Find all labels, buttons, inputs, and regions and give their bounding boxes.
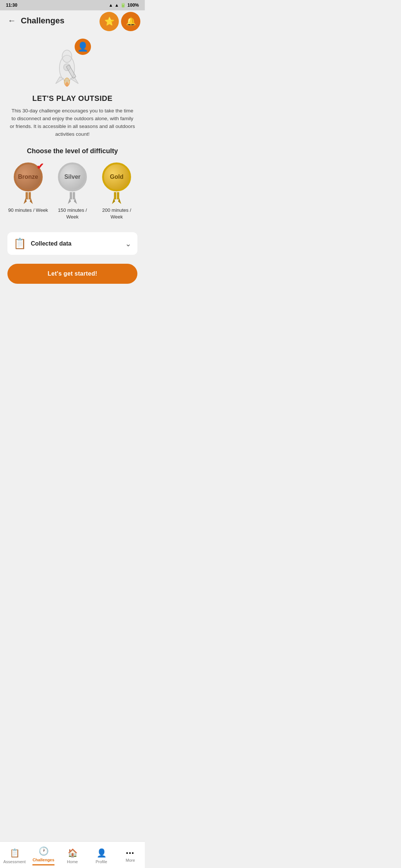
collected-data-icon: 📋: [13, 237, 26, 250]
gold-ribbon: [111, 192, 122, 204]
star-button[interactable]: ⭐: [100, 12, 119, 31]
wifi-icon: ▲: [109, 3, 113, 8]
silver-label: Silver: [64, 174, 81, 180]
medals-row: Bronze ✔ 90 minutes / Week: [6, 162, 139, 220]
chevron-down-icon: ⌄: [125, 239, 131, 248]
main-content: 👤 LET'S PLAY OUTS: [0, 31, 145, 330]
hero-section: 👤: [0, 31, 145, 94]
svg-marker-3: [56, 77, 63, 83]
collected-data-label: Collected data: [31, 240, 71, 247]
gold-medal-img: Gold: [100, 162, 133, 203]
status-right: ▲ ▲ 🔋 100%: [109, 3, 139, 8]
gold-label: Gold: [110, 174, 123, 180]
challenge-desc: This 30-day challenge encourages you to …: [9, 107, 136, 138]
svg-rect-9: [29, 192, 31, 200]
silver-medal-img: Silver: [56, 162, 89, 203]
battery-icon: 🔋: [120, 3, 126, 8]
svg-rect-16: [114, 192, 116, 200]
medal-silver[interactable]: Silver 150 minutes / Week: [52, 162, 93, 220]
gold-circle: Gold: [102, 162, 131, 191]
cta-section: Let's get started!: [0, 261, 145, 293]
bronze-minutes: 90 minutes / Week: [8, 207, 48, 214]
silver-ribbon: [67, 192, 78, 204]
difficulty-section: Choose the level of difficulty Bronze ✔: [0, 138, 145, 226]
status-time: 11:30: [6, 3, 17, 8]
bell-button[interactable]: 🔔: [121, 12, 140, 31]
svg-rect-12: [70, 192, 72, 200]
svg-rect-13: [73, 192, 75, 200]
bronze-ribbon: [23, 192, 33, 204]
medal-gold[interactable]: Gold 200 minutes / Week: [96, 162, 137, 220]
silver-circle: Silver: [58, 162, 87, 191]
text-section: LET'S PLAY OUTSIDE This 30-day challenge…: [0, 94, 145, 138]
bell-icon: 🔔: [126, 17, 136, 26]
status-bar: 11:30 ▲ ▲ 🔋 100%: [0, 0, 145, 10]
star-icon: ⭐: [104, 17, 114, 26]
svg-rect-17: [117, 192, 119, 200]
medal-bronze[interactable]: Bronze ✔ 90 minutes / Week: [8, 162, 49, 214]
top-bar: ← Challenges ⭐ 🔔: [0, 10, 145, 31]
bronze-circle: Bronze ✔: [14, 162, 43, 191]
svg-point-1: [62, 50, 72, 62]
collected-data-row[interactable]: 📋 Collected data ⌄: [7, 232, 137, 255]
gold-minutes: 200 minutes / Week: [96, 207, 137, 220]
signal-icon: ▲: [114, 3, 119, 8]
battery-level: 100%: [127, 3, 139, 8]
rocket-icon: [50, 46, 87, 91]
page-title: Challenges: [21, 16, 64, 26]
back-button[interactable]: ←: [6, 15, 18, 27]
difficulty-title: Choose the level of difficulty: [6, 147, 139, 155]
silver-minutes: 150 minutes / Week: [52, 207, 93, 220]
hero-illustration: 👤: [50, 39, 95, 91]
svg-point-6: [65, 82, 69, 87]
bronze-medal-img: Bronze ✔: [12, 162, 45, 203]
top-icons: ⭐ 🔔: [100, 12, 140, 31]
bronze-label: Bronze: [18, 174, 38, 180]
svg-rect-8: [26, 192, 28, 200]
challenge-title: LET'S PLAY OUTSIDE: [9, 94, 136, 103]
back-arrow-icon: ←: [8, 16, 16, 26]
collected-left: 📋 Collected data: [13, 237, 71, 250]
bronze-checkmark: ✔: [36, 161, 44, 172]
get-started-button[interactable]: Let's get started!: [7, 264, 137, 284]
